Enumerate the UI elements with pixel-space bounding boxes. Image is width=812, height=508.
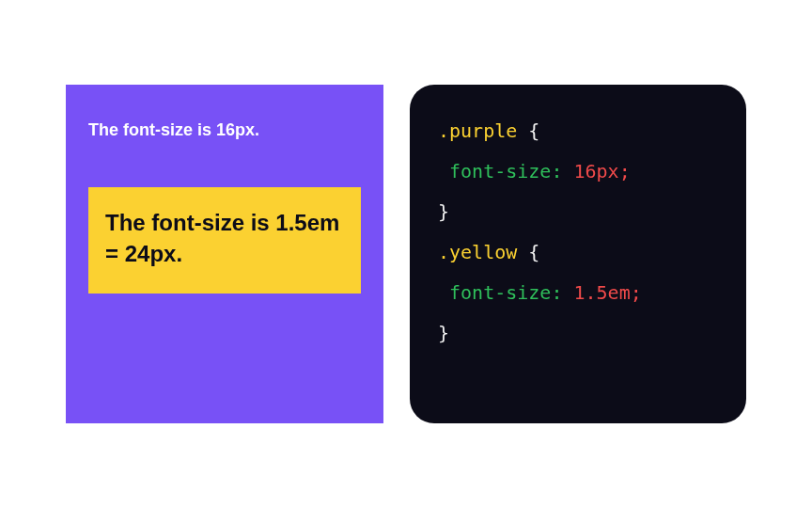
code-snippet-panel: .purple { font-size: 16px; } .yellow { f… <box>410 85 746 423</box>
code-line: .yellow { <box>438 232 718 273</box>
semicolon: ; <box>631 281 642 304</box>
brace-close: } <box>438 200 449 223</box>
yellow-description-text: The font-size is 1.5em = 24px. <box>105 208 344 269</box>
css-value: 16px <box>562 160 618 183</box>
css-selector: .yellow <box>438 241 517 263</box>
brace-open: { <box>517 119 539 142</box>
css-property: font-size <box>449 281 551 304</box>
css-property: font-size <box>449 160 551 183</box>
purple-description-text: The font-size is 16px. <box>88 119 361 142</box>
code-line: } <box>438 192 718 232</box>
demo-yellow-panel: The font-size is 1.5em = 24px. <box>88 187 361 294</box>
code-line: font-size: 1.5em; <box>438 273 718 313</box>
colon: : <box>551 160 562 183</box>
code-line: } <box>438 313 718 354</box>
brace-open: { <box>517 241 539 263</box>
css-selector: .purple <box>438 119 517 142</box>
code-line: .purple { <box>438 111 718 151</box>
demo-purple-panel: The font-size is 16px. The font-size is … <box>66 85 383 423</box>
semicolon: ; <box>619 160 631 183</box>
brace-close: } <box>438 322 449 344</box>
colon: : <box>551 281 562 304</box>
css-value: 1.5em <box>562 281 630 304</box>
code-line: font-size: 16px; <box>438 151 718 192</box>
